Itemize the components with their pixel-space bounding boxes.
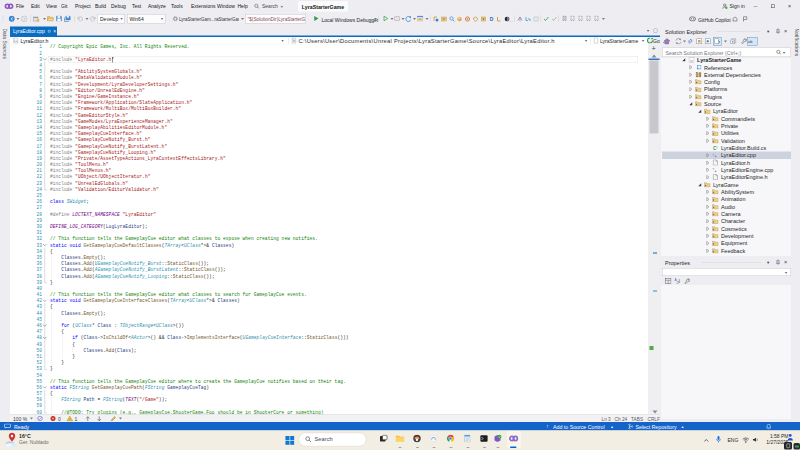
svg-text:+: + xyxy=(714,169,716,173)
svg-text:+: + xyxy=(697,66,699,70)
svg-text:!: ! xyxy=(69,417,70,422)
svg-text:Z: Z xyxy=(677,281,679,285)
svg-text:#: # xyxy=(716,146,718,150)
svg-text:∞: ∞ xyxy=(690,57,693,62)
svg-text:+: + xyxy=(714,154,716,158)
